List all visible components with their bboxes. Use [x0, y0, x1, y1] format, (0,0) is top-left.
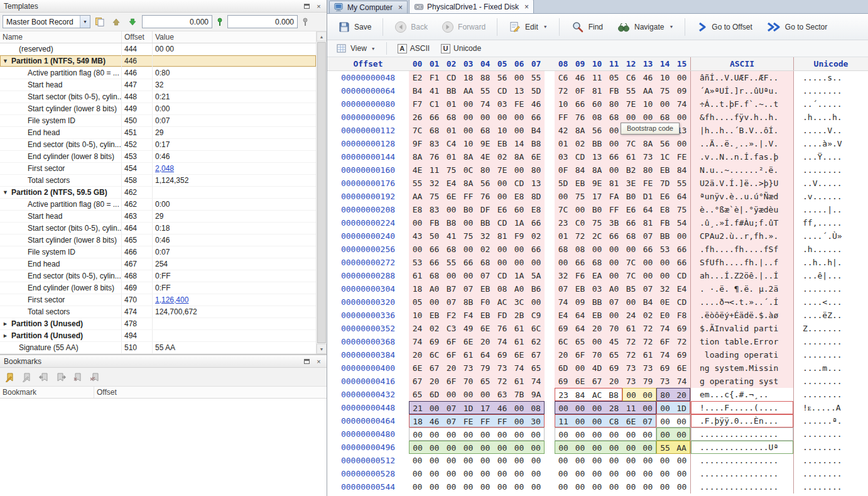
hex-byte-cell[interactable]: 74 — [528, 375, 545, 388]
hex-byte-cell[interactable]: 81 — [605, 177, 622, 190]
hex-byte-cell[interactable]: F1 — [426, 71, 443, 84]
hex-ascii-cell[interactable]: è..°ßæ`è|.°ÿædèu — [690, 203, 794, 216]
hex-byte-cell[interactable]: 00 — [605, 124, 622, 137]
hex-byte-cell[interactable]: 72 — [639, 322, 656, 335]
hex-ascii-cell[interactable]: SfUfh....fh.|..f — [690, 256, 794, 269]
hex-byte-cell[interactable]: 76 — [494, 322, 511, 335]
hex-byte-cell[interactable]: 00 — [443, 454, 460, 467]
hex-byte-cell[interactable]: 81 — [589, 84, 605, 97]
hex-byte-cell[interactable]: 00 — [673, 229, 690, 243]
hex-unicode-cell[interactable]: ........ — [794, 388, 868, 401]
hex-byte-cell[interactable]: 20 — [477, 335, 494, 348]
hex-byte-cell[interactable]: 75 — [443, 163, 460, 177]
hex-byte-cell[interactable]: B4 — [409, 84, 426, 97]
hex-byte-cell[interactable]: E8 — [409, 203, 426, 216]
hex-byte-cell[interactable]: 00 — [511, 256, 528, 269]
template-field-row[interactable]: End head467254 — [0, 258, 316, 270]
hex-byte-cell[interactable]: 8A — [460, 150, 477, 163]
hex-ascii-cell[interactable]: .F.þÿÿ.0...Èn... — [690, 414, 794, 427]
hex-byte-cell[interactable]: 76 — [426, 150, 443, 163]
hex-byte-cell[interactable]: 50 — [426, 229, 443, 243]
hex-byte-cell[interactable]: 00 — [511, 124, 528, 137]
hex-byte-cell[interactable]: EB — [494, 137, 511, 150]
hex-byte-cell[interactable]: 8D — [528, 190, 545, 203]
hex-byte-cell[interactable]: 00 — [460, 480, 477, 493]
hex-byte-cell[interactable]: 43 — [409, 229, 426, 243]
hex-byte-cell[interactable]: 54 — [673, 216, 690, 229]
hex-ascii-cell[interactable]: .ëòôëý+Éädë.$.àø — [690, 309, 794, 322]
hex-byte-cell[interactable]: 20 — [443, 361, 460, 375]
hex-byte-cell[interactable]: 53 — [656, 243, 673, 256]
hex-unicode-cell[interactable]: .....|.. — [794, 203, 868, 216]
hex-byte-cell[interactable]: 72 — [555, 84, 572, 97]
hex-byte-cell[interactable]: 80 — [605, 97, 622, 111]
hex-byte-cell[interactable]: 42 — [555, 124, 572, 137]
hex-byte-cell[interactable]: F7 — [409, 97, 426, 111]
column-header-bookmark[interactable]: Bookmark — [0, 387, 94, 398]
hex-byte-cell[interactable]: FE — [511, 97, 528, 111]
hex-ascii-cell[interactable]: . ·.ë. ¶.ë. µ.2ä — [690, 282, 794, 295]
hex-byte-cell[interactable]: B0 — [622, 190, 639, 203]
hex-byte-cell[interactable]: 00 — [460, 124, 477, 137]
hex-byte-cell[interactable]: 00 — [426, 441, 443, 454]
template-offset-field-2[interactable]: 0.000 — [227, 15, 298, 28]
hex-byte-cell[interactable]: 00 — [572, 203, 589, 216]
hex-byte-cell[interactable]: AA — [673, 441, 690, 454]
value-link[interactable]: 1,126,400 — [155, 294, 188, 306]
hex-byte-cell[interactable]: EB — [589, 309, 605, 322]
hex-byte-cell[interactable]: 02 — [528, 229, 545, 243]
hex-byte-cell[interactable]: 61 — [460, 348, 477, 361]
hex-byte-cell[interactable]: 02 — [572, 137, 589, 150]
hex-byte-cell[interactable]: 55 — [477, 84, 494, 97]
hex-byte-cell[interactable]: 00 — [426, 480, 443, 493]
hex-byte-cell[interactable]: 00 — [589, 243, 605, 256]
hex-byte-cell[interactable]: 00 — [409, 216, 426, 229]
hex-byte-cell[interactable]: E0 — [656, 309, 673, 322]
hex-byte-cell[interactable]: FE — [460, 414, 477, 427]
hex-byte-cell[interactable]: 66 — [572, 256, 589, 269]
hex-byte-cell[interactable]: FA — [605, 190, 622, 203]
hex-byte-cell[interactable]: 00 — [605, 256, 622, 269]
hex-byte-cell[interactable]: D1 — [639, 190, 656, 203]
hex-byte-cell[interactable]: BB — [477, 216, 494, 229]
hex-byte-cell[interactable]: 26 — [409, 111, 426, 124]
hex-byte-cell[interactable]: FE — [673, 150, 690, 163]
template-group-row[interactable]: ►Partition 4 (Unused)494 — [0, 330, 316, 342]
hex-byte-cell[interactable]: B8 — [528, 137, 545, 150]
hex-byte-cell[interactable]: 13 — [589, 150, 605, 163]
expand-arrow-icon[interactable]: ► — [3, 330, 10, 341]
hex-byte-cell[interactable]: 00 — [494, 190, 511, 203]
hex-byte-cell[interactable]: 6F — [443, 335, 460, 348]
hex-byte-cell[interactable]: 11 — [555, 414, 572, 427]
hex-byte-cell[interactable]: C9 — [528, 309, 545, 322]
hex-byte-cell[interactable]: 00 — [605, 243, 622, 256]
bookmark-next-icon[interactable] — [55, 371, 67, 383]
hex-byte-cell[interactable]: 6C — [528, 322, 545, 335]
hex-byte-cell[interactable]: 00 — [605, 163, 622, 177]
hex-byte-cell[interactable]: B0 — [589, 203, 605, 216]
hex-byte-cell[interactable]: 00 — [673, 467, 690, 480]
hex-byte-cell[interactable]: 00 — [572, 414, 589, 427]
hex-unicode-cell[interactable]: ff,..... — [794, 216, 868, 229]
find-button[interactable]: Find — [565, 17, 609, 37]
hex-byte-cell[interactable]: A0 — [605, 282, 622, 295]
hex-byte-cell[interactable]: 00 — [477, 388, 494, 401]
hex-ascii-cell[interactable]: &fh....fÿv.h..h. — [690, 111, 794, 124]
hex-byte-cell[interactable]: 00 — [409, 441, 426, 454]
hex-byte-cell[interactable]: 00 — [572, 467, 589, 480]
new-template-icon[interactable] — [93, 15, 107, 29]
hex-byte-cell[interactable]: 03 — [589, 282, 605, 295]
hex-byte-cell[interactable]: 07 — [555, 282, 572, 295]
hex-byte-cell[interactable]: 00 — [477, 467, 494, 480]
hex-byte-cell[interactable]: 00 — [494, 243, 511, 256]
hex-byte-cell[interactable]: 66 — [528, 216, 545, 229]
hex-byte-cell[interactable]: 72 — [673, 335, 690, 348]
hex-byte-cell[interactable]: 08 — [528, 401, 545, 414]
hex-byte-cell[interactable]: 00 — [656, 467, 673, 480]
hex-byte-cell[interactable]: 68 — [477, 256, 494, 269]
hex-byte-cell[interactable]: 72 — [572, 229, 589, 243]
hex-byte-cell[interactable]: CD — [511, 177, 528, 190]
hex-byte-cell[interactable]: 00 — [639, 111, 656, 124]
hex-byte-cell[interactable]: 66 — [426, 111, 443, 124]
template-field-row[interactable]: Start cylinder (lower 8 bits)4650:46 — [0, 234, 316, 246]
